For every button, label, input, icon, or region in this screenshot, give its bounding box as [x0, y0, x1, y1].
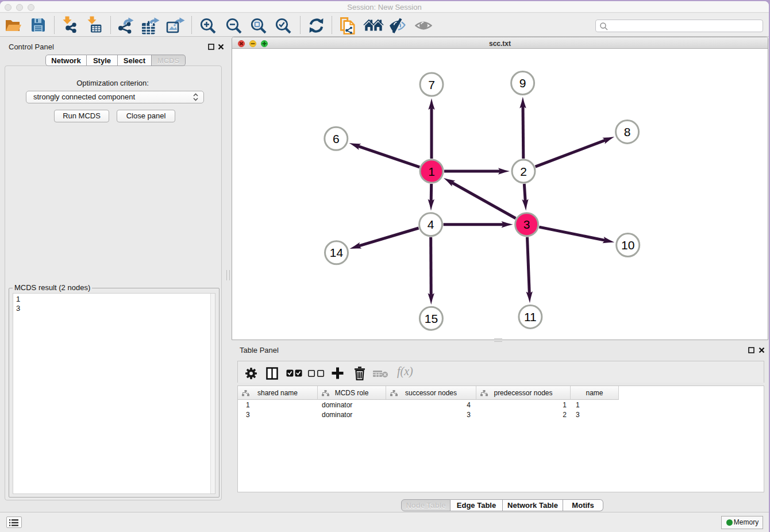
svg-text:1: 1 — [428, 165, 435, 178]
svg-text:8: 8 — [624, 125, 631, 138]
svg-text:11: 11 — [524, 310, 537, 323]
svg-text:14: 14 — [330, 246, 344, 259]
svg-text:9: 9 — [519, 76, 526, 90]
svg-text:3: 3 — [523, 218, 530, 231]
svg-text:15: 15 — [425, 312, 438, 325]
svg-text:10: 10 — [621, 238, 634, 252]
svg-text:6: 6 — [333, 132, 340, 145]
svg-text:7: 7 — [428, 78, 435, 91]
svg-text:4: 4 — [428, 218, 434, 231]
svg-text:2: 2 — [520, 165, 527, 178]
